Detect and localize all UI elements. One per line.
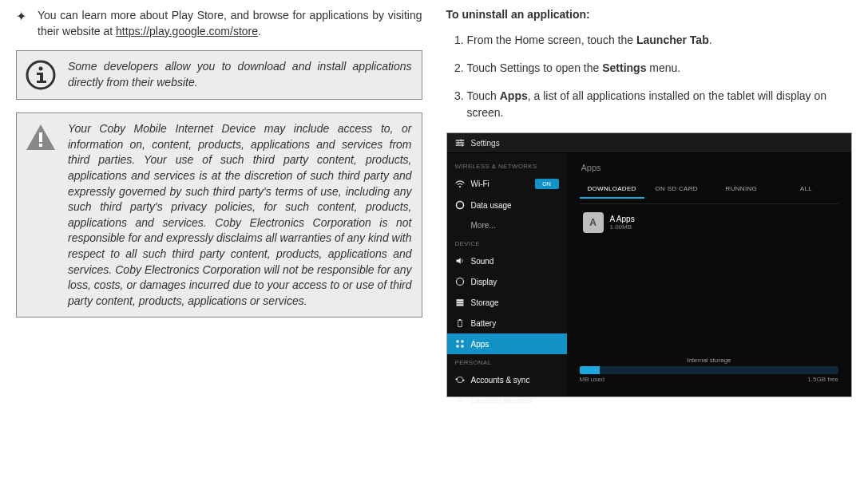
sidebar-item-apps[interactable]: Apps bbox=[447, 333, 567, 354]
sidebar-item-display[interactable]: Display bbox=[447, 271, 567, 292]
sidebar-item-sound[interactable]: Sound bbox=[447, 250, 567, 271]
storage-strip-label: Internal storage bbox=[580, 357, 839, 364]
sliders-icon bbox=[455, 138, 465, 148]
app-list-item[interactable]: A A Apps 1.00MB bbox=[580, 203, 839, 241]
storage-free: 1.5GB free bbox=[807, 376, 838, 383]
data-usage-icon bbox=[455, 200, 465, 210]
step-1: From the Home screen, touch the Launcher… bbox=[467, 32, 853, 49]
side-head-wireless: WIRELESS & NETWORKS bbox=[447, 158, 567, 173]
tab-all[interactable]: ALL bbox=[774, 180, 838, 199]
storage-bar bbox=[580, 366, 839, 374]
data-usage-label: Data usage bbox=[471, 201, 512, 210]
step-1-pre: From the Home screen, touch the bbox=[467, 34, 636, 46]
step-2-post: menu. bbox=[646, 61, 680, 74]
accounts-label: Accounts & sync bbox=[471, 376, 530, 385]
uninstall-heading: To uninstall an application: bbox=[446, 8, 853, 21]
svg-rect-24 bbox=[461, 341, 463, 343]
step-1-post: . bbox=[709, 34, 712, 46]
svg-point-30 bbox=[458, 400, 460, 401]
svg-marker-27 bbox=[455, 378, 457, 381]
display-label: Display bbox=[471, 278, 497, 286]
warning-icon bbox=[25, 121, 57, 153]
right-column: To uninstall an application: From the Ho… bbox=[446, 8, 853, 397]
svg-rect-12 bbox=[458, 142, 459, 144]
app-name: A Apps bbox=[610, 215, 635, 223]
uninstall-steps: From the Home screen, touch the Launcher… bbox=[446, 32, 853, 121]
svg-point-1 bbox=[39, 67, 43, 71]
svg-rect-6 bbox=[39, 132, 42, 142]
svg-rect-19 bbox=[456, 302, 463, 303]
play-store-text: You can learn more about Play Store, and… bbox=[38, 8, 422, 39]
apps-icon bbox=[455, 339, 465, 349]
sidebar-item-storage[interactable]: Storage bbox=[447, 292, 567, 313]
svg-rect-25 bbox=[456, 345, 458, 348]
svg-rect-26 bbox=[461, 345, 463, 348]
settings-sidebar: WIRELESS & NETWORKS Wi-Fi ON Data usage … bbox=[447, 153, 567, 396]
svg-rect-21 bbox=[458, 320, 462, 326]
info-callout: Some developers allow you to download an… bbox=[16, 50, 422, 100]
svg-rect-22 bbox=[458, 319, 460, 321]
step-3: Touch Apps, a list of all applications i… bbox=[467, 88, 853, 121]
svg-rect-13 bbox=[462, 144, 463, 147]
battery-label: Battery bbox=[471, 319, 497, 328]
step-1-bold: Launcher Tab bbox=[636, 34, 709, 46]
svg-rect-7 bbox=[39, 144, 42, 147]
compass-icon: ✦ bbox=[16, 8, 26, 39]
side-head-personal: PERSONAL bbox=[447, 354, 567, 369]
step-3-pre: Touch bbox=[467, 89, 500, 102]
svg-point-14 bbox=[458, 185, 460, 187]
svg-marker-28 bbox=[462, 379, 464, 381]
tab-running[interactable]: RUNNING bbox=[709, 180, 774, 199]
svg-rect-9 bbox=[455, 142, 464, 144]
svg-rect-4 bbox=[37, 81, 46, 83]
svg-rect-18 bbox=[456, 299, 463, 301]
storage-icon bbox=[455, 298, 465, 307]
sidebar-item-data-usage[interactable]: Data usage bbox=[447, 195, 567, 215]
settings-title: Settings bbox=[471, 139, 500, 148]
step-2-pre: Touch Settings to open the bbox=[467, 61, 603, 74]
storage-strip: Internal storage MB used 1.5GB free bbox=[580, 357, 839, 383]
sidebar-item-location[interactable]: Location services bbox=[447, 390, 567, 405]
apps-tabs: DOWNLOADED ON SD CARD RUNNING ALL bbox=[580, 180, 839, 199]
main-title: Apps bbox=[580, 160, 839, 180]
step-3-bold: Apps bbox=[500, 89, 528, 102]
warning-callout: Your Coby Mobile Internet Device may inc… bbox=[16, 112, 422, 318]
sound-icon bbox=[455, 256, 465, 266]
sound-label: Sound bbox=[471, 257, 494, 266]
svg-rect-8 bbox=[455, 140, 464, 141]
sidebar-item-wifi[interactable]: Wi-Fi ON bbox=[447, 173, 567, 195]
svg-point-15 bbox=[456, 202, 463, 209]
sync-icon bbox=[455, 375, 465, 385]
storage-label: Storage bbox=[471, 298, 499, 307]
more-label: More... bbox=[471, 221, 496, 230]
tab-sd[interactable]: ON SD CARD bbox=[644, 180, 709, 199]
settings-title-bar: Settings bbox=[447, 133, 852, 153]
wifi-toggle[interactable]: ON bbox=[535, 179, 559, 189]
settings-screenshot: Settings WIRELESS & NETWORKS Wi-Fi ON Da… bbox=[446, 132, 853, 397]
bullet-suffix: . bbox=[258, 25, 261, 37]
app-icon: A bbox=[583, 212, 604, 233]
info-text: Some developers allow you to download an… bbox=[68, 59, 412, 91]
display-icon bbox=[455, 277, 465, 286]
sidebar-item-more[interactable]: More... bbox=[447, 215, 567, 235]
step-2-bold: Settings bbox=[602, 61, 646, 74]
location-icon bbox=[455, 396, 465, 405]
settings-main: Apps DOWNLOADED ON SD CARD RUNNING ALL A… bbox=[567, 153, 852, 396]
svg-marker-16 bbox=[456, 258, 460, 264]
apps-label: Apps bbox=[471, 340, 489, 349]
wifi-label: Wi-Fi bbox=[471, 179, 489, 188]
warning-text: Your Coby Mobile Internet Device may inc… bbox=[68, 121, 412, 309]
tab-downloaded[interactable]: DOWNLOADED bbox=[580, 180, 644, 199]
play-store-bullet: ✦ You can learn more about Play Store, a… bbox=[16, 8, 422, 39]
info-icon bbox=[25, 59, 57, 91]
svg-rect-23 bbox=[456, 341, 458, 343]
sidebar-item-battery[interactable]: Battery bbox=[447, 313, 567, 333]
svg-rect-20 bbox=[456, 304, 463, 306]
play-store-link[interactable]: https://play.google.com/store bbox=[116, 25, 258, 37]
svg-point-17 bbox=[456, 278, 463, 286]
sidebar-item-accounts[interactable]: Accounts & sync bbox=[447, 369, 567, 390]
battery-icon bbox=[455, 318, 465, 328]
app-size: 1.00MB bbox=[610, 223, 635, 231]
side-head-device: DEVICE bbox=[447, 235, 567, 250]
storage-used: MB used bbox=[580, 376, 605, 383]
